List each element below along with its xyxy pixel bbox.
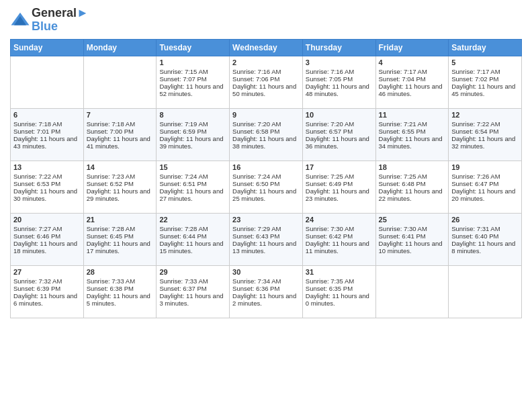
day-cell: 23Sunrise: 7:29 AMSunset: 6:43 PMDayligh… — [230, 213, 303, 265]
day-cell: 11Sunrise: 7:21 AMSunset: 6:55 PMDayligh… — [375, 108, 449, 161]
sunset-text: Sunset: 7:01 PM — [13, 128, 81, 135]
sunset-text: Sunset: 6:47 PM — [451, 180, 519, 187]
day-cell: 4Sunrise: 7:17 AMSunset: 7:04 PMDaylight… — [375, 56, 449, 108]
day-number: 13 — [13, 163, 81, 171]
day-cell: 30Sunrise: 7:34 AMSunset: 6:36 PMDayligh… — [230, 265, 303, 318]
sunrise-text: Sunrise: 7:35 AM — [306, 277, 373, 285]
sunrise-text: Sunrise: 7:34 AM — [232, 277, 300, 285]
sunrise-text: Sunrise: 7:28 AM — [159, 225, 226, 232]
daylight-text: Daylight: 11 hours and 46 minutes. — [379, 83, 446, 97]
sunset-text: Sunset: 7:02 PM — [451, 75, 519, 83]
sunrise-text: Sunrise: 7:25 AM — [306, 173, 373, 180]
daylight-text: Daylight: 11 hours and 11 minutes. — [306, 240, 373, 255]
day-number: 22 — [159, 216, 226, 224]
day-cell: 8Sunrise: 7:19 AMSunset: 6:59 PMDaylight… — [157, 108, 230, 161]
daylight-text: Daylight: 11 hours and 32 minutes. — [451, 135, 519, 150]
weekday-sunday: Sunday — [11, 39, 84, 56]
day-cell: 27Sunrise: 7:32 AMSunset: 6:39 PMDayligh… — [11, 265, 84, 318]
day-cell: 12Sunrise: 7:22 AMSunset: 6:54 PMDayligh… — [449, 108, 522, 161]
sunset-text: Sunset: 6:54 PM — [451, 128, 519, 135]
day-cell — [449, 265, 522, 318]
daylight-text: Daylight: 11 hours and 29 minutes. — [87, 187, 154, 202]
daylight-text: Daylight: 11 hours and 13 minutes. — [232, 240, 300, 255]
daylight-text: Daylight: 11 hours and 8 minutes. — [451, 240, 519, 255]
sunrise-text: Sunrise: 7:18 AM — [13, 120, 81, 128]
day-number: 29 — [159, 268, 226, 276]
logo-icon — [10, 10, 30, 30]
daylight-text: Daylight: 11 hours and 48 minutes. — [306, 83, 373, 97]
day-cell: 17Sunrise: 7:25 AMSunset: 6:49 PMDayligh… — [302, 161, 375, 213]
daylight-text: Daylight: 11 hours and 23 minutes. — [306, 187, 373, 202]
sunrise-text: Sunrise: 7:22 AM — [451, 120, 519, 128]
sunrise-text: Sunrise: 7:30 AM — [379, 225, 446, 232]
sunrise-text: Sunrise: 7:20 AM — [232, 120, 300, 128]
week-row-2: 13Sunrise: 7:22 AMSunset: 6:53 PMDayligh… — [11, 161, 522, 213]
sunset-text: Sunset: 6:48 PM — [379, 180, 446, 187]
day-number: 6 — [13, 111, 81, 119]
day-cell: 31Sunrise: 7:35 AMSunset: 6:35 PMDayligh… — [302, 265, 375, 318]
daylight-text: Daylight: 11 hours and 2 minutes. — [232, 292, 300, 307]
day-cell: 25Sunrise: 7:30 AMSunset: 6:41 PMDayligh… — [375, 213, 449, 265]
daylight-text: Daylight: 11 hours and 30 minutes. — [13, 187, 81, 202]
weekday-wednesday: Wednesday — [230, 39, 303, 56]
day-number: 11 — [379, 111, 446, 119]
day-number: 23 — [232, 216, 300, 224]
day-cell: 15Sunrise: 7:24 AMSunset: 6:51 PMDayligh… — [157, 161, 230, 213]
day-cell: 20Sunrise: 7:27 AMSunset: 6:46 PMDayligh… — [11, 213, 84, 265]
sunset-text: Sunset: 6:42 PM — [306, 232, 373, 240]
day-number: 21 — [87, 216, 154, 224]
day-cell: 21Sunrise: 7:28 AMSunset: 6:45 PMDayligh… — [83, 213, 157, 265]
logo-text: General► Blue — [32, 7, 89, 34]
day-number: 5 — [451, 58, 519, 66]
sunset-text: Sunset: 6:40 PM — [451, 232, 519, 240]
sunrise-text: Sunrise: 7:32 AM — [13, 277, 81, 285]
sunrise-text: Sunrise: 7:17 AM — [451, 68, 519, 75]
daylight-text: Daylight: 11 hours and 3 minutes. — [159, 292, 226, 307]
sunset-text: Sunset: 6:50 PM — [232, 180, 300, 187]
sunset-text: Sunset: 6:51 PM — [159, 180, 226, 187]
sunrise-text: Sunrise: 7:30 AM — [306, 225, 373, 232]
sunrise-text: Sunrise: 7:28 AM — [87, 225, 154, 232]
sunrise-text: Sunrise: 7:18 AM — [87, 120, 154, 128]
weekday-thursday: Thursday — [302, 39, 375, 56]
day-cell: 19Sunrise: 7:26 AMSunset: 6:47 PMDayligh… — [449, 161, 522, 213]
sunrise-text: Sunrise: 7:27 AM — [13, 225, 81, 232]
day-number: 4 — [379, 58, 446, 66]
sunset-text: Sunset: 6:35 PM — [306, 285, 373, 292]
page: General► Blue SundayMondayTuesdayWednesd… — [0, 0, 532, 411]
sunrise-text: Sunrise: 7:22 AM — [13, 173, 81, 180]
sunset-text: Sunset: 6:45 PM — [87, 232, 154, 240]
day-cell: 2Sunrise: 7:16 AMSunset: 7:06 PMDaylight… — [230, 56, 303, 108]
daylight-text: Daylight: 11 hours and 17 minutes. — [87, 240, 154, 255]
day-cell: 6Sunrise: 7:18 AMSunset: 7:01 PMDaylight… — [11, 108, 84, 161]
calendar-table: SundayMondayTuesdayWednesdayThursdayFrid… — [10, 39, 522, 318]
sunset-text: Sunset: 7:05 PM — [306, 75, 373, 83]
day-number: 15 — [159, 163, 226, 171]
sunset-text: Sunset: 6:49 PM — [306, 180, 373, 187]
day-number: 24 — [306, 216, 373, 224]
logo: General► Blue — [10, 7, 89, 34]
sunrise-text: Sunrise: 7:19 AM — [159, 120, 226, 128]
daylight-text: Daylight: 11 hours and 50 minutes. — [232, 83, 300, 97]
daylight-text: Daylight: 11 hours and 5 minutes. — [87, 292, 154, 307]
daylight-text: Daylight: 11 hours and 34 minutes. — [379, 135, 446, 150]
sunset-text: Sunset: 6:41 PM — [379, 232, 446, 240]
daylight-text: Daylight: 11 hours and 15 minutes. — [159, 240, 226, 255]
day-cell: 5Sunrise: 7:17 AMSunset: 7:02 PMDaylight… — [449, 56, 522, 108]
day-number: 14 — [87, 163, 154, 171]
daylight-text: Daylight: 11 hours and 22 minutes. — [379, 187, 446, 202]
day-number: 25 — [379, 216, 446, 224]
daylight-text: Daylight: 11 hours and 0 minutes. — [306, 292, 373, 307]
sunset-text: Sunset: 6:43 PM — [232, 232, 300, 240]
day-cell: 18Sunrise: 7:25 AMSunset: 6:48 PMDayligh… — [375, 161, 449, 213]
day-number: 12 — [451, 111, 519, 119]
day-cell — [11, 56, 84, 108]
day-cell — [83, 56, 157, 108]
daylight-text: Daylight: 11 hours and 45 minutes. — [451, 83, 519, 97]
day-cell: 14Sunrise: 7:23 AMSunset: 6:52 PMDayligh… — [83, 161, 157, 213]
daylight-text: Daylight: 11 hours and 41 minutes. — [87, 135, 154, 150]
sunset-text: Sunset: 6:57 PM — [306, 128, 373, 135]
daylight-text: Daylight: 11 hours and 27 minutes. — [159, 187, 226, 202]
sunset-text: Sunset: 7:07 PM — [159, 75, 226, 83]
day-cell: 9Sunrise: 7:20 AMSunset: 6:58 PMDaylight… — [230, 108, 303, 161]
